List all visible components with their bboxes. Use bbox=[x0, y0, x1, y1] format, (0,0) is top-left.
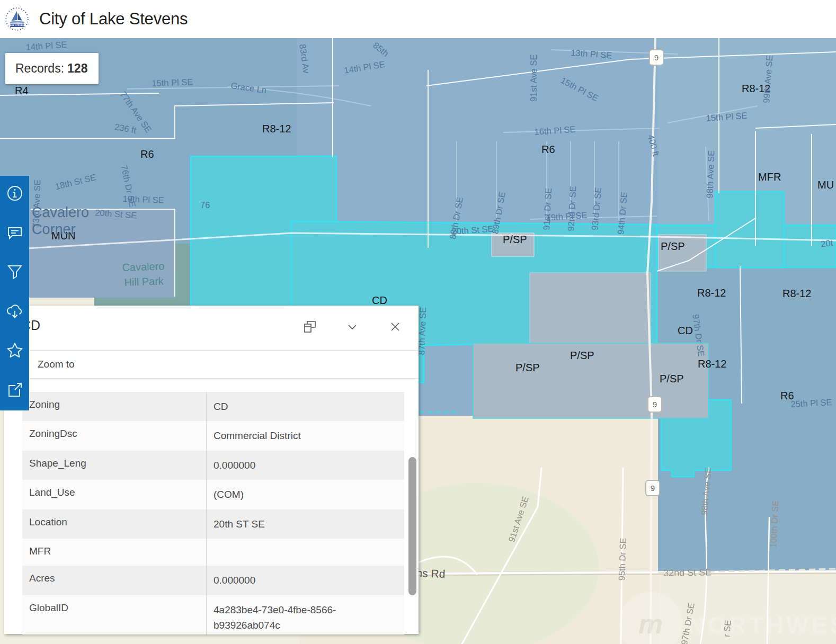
close-icon bbox=[389, 320, 402, 333]
field-label: Zoning bbox=[22, 392, 207, 421]
field-label: ZoningDsc bbox=[22, 421, 207, 450]
popup-scrollbar[interactable] bbox=[408, 457, 416, 595]
field-value bbox=[207, 539, 404, 566]
field-value: 4a283be4-73e0-4fbe-8566-b93926ab074c bbox=[207, 595, 404, 634]
close-button[interactable] bbox=[387, 319, 403, 335]
export-icon bbox=[6, 381, 23, 398]
field-value: (COM) bbox=[207, 480, 404, 509]
field-label: Land_Use bbox=[22, 480, 207, 509]
app-header: LAKE STEVENS City of Lake Stevens bbox=[0, 0, 836, 38]
field-label: Acres bbox=[22, 566, 207, 595]
records-count: 128 bbox=[67, 61, 87, 76]
collapse-button[interactable] bbox=[344, 319, 360, 335]
popup-body[interactable]: ZoningCDZoningDscCommercial DistrictShap… bbox=[4, 379, 419, 634]
table-row: Land_Use(COM) bbox=[22, 480, 404, 509]
field-value: 20th ST SE bbox=[207, 509, 404, 539]
comment-icon bbox=[6, 224, 23, 241]
table-row: GlobalID4a283be4-73e0-4fbe-8566-b93926ab… bbox=[22, 595, 404, 634]
filter-button[interactable] bbox=[6, 263, 24, 281]
city-logo-icon: LAKE STEVENS bbox=[3, 5, 31, 33]
table-row: Acres0.000000 bbox=[22, 566, 404, 595]
field-label: Location bbox=[22, 509, 207, 539]
dock-button[interactable] bbox=[302, 319, 318, 335]
field-value: CD bbox=[207, 392, 404, 421]
star-icon bbox=[6, 342, 24, 360]
field-label: MFR bbox=[22, 539, 207, 566]
records-badge: Records: 128 bbox=[5, 53, 99, 84]
field-value: 0.000000 bbox=[207, 566, 404, 595]
feature-popup: CD Zoom to ZoningCDZoningDscCommercial D… bbox=[4, 306, 419, 634]
records-label: Records: bbox=[15, 61, 64, 76]
cloud-download-icon bbox=[6, 302, 24, 320]
field-value: 0.000000 bbox=[207, 451, 404, 480]
field-value: Commercial District bbox=[207, 421, 404, 450]
table-row: Shape_Leng0.000000 bbox=[22, 451, 404, 480]
comment-button[interactable] bbox=[6, 223, 24, 241]
popup-field-table: ZoningCDZoningDscCommercial DistrictShap… bbox=[22, 392, 404, 634]
table-row: ZoningDscCommercial District bbox=[22, 421, 404, 450]
info-icon bbox=[6, 185, 23, 202]
field-label: GlobalID bbox=[22, 595, 207, 634]
cloud-download-button[interactable] bbox=[6, 302, 24, 320]
zoom-to-button[interactable]: Zoom to bbox=[34, 358, 78, 371]
table-row: MFR bbox=[22, 539, 404, 566]
field-label: Shape_Leng bbox=[22, 451, 207, 480]
toolbar-sidebar bbox=[0, 176, 29, 410]
popup-actions: Zoom to bbox=[4, 350, 419, 379]
dock-icon bbox=[303, 319, 317, 334]
table-row: Location20th ST SE bbox=[22, 509, 404, 539]
filter-icon bbox=[6, 263, 23, 280]
page-title: City of Lake Stevens bbox=[39, 10, 188, 29]
favorites-button[interactable] bbox=[6, 342, 24, 360]
popup-header: CD bbox=[4, 306, 419, 350]
table-row: ZoningCD bbox=[22, 392, 404, 421]
info-button[interactable] bbox=[6, 184, 24, 202]
export-button[interactable] bbox=[6, 381, 24, 399]
chevron-down-icon bbox=[346, 320, 359, 333]
logo-city-name: LAKE STEVENS bbox=[8, 24, 25, 26]
